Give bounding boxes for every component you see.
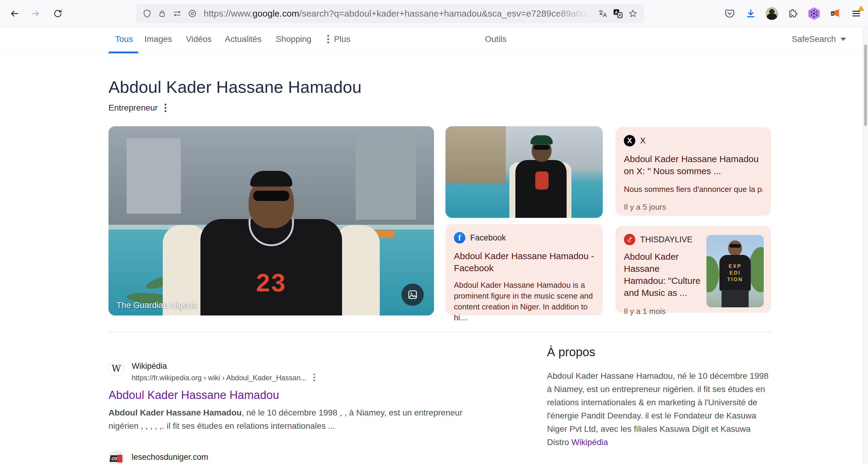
- card-thumbnail: EXP EDI TION: [707, 235, 764, 307]
- url-path: /search?q=abdoul+kader+hassane+hamadou&s…: [299, 8, 593, 19]
- x-result-card[interactable]: X X Abdoul Kader Hassane Hamadou on X: "…: [615, 127, 771, 216]
- source-name: X: [640, 136, 646, 146]
- scrollbar-track[interactable]: [863, 27, 868, 464]
- forward-icon[interactable]: [28, 6, 43, 21]
- url-text[interactable]: https://www.google.com/search?q=abdoul+k…: [204, 8, 593, 19]
- snippet-bold: Abdoul Kader Hassane Hamadou: [108, 408, 242, 417]
- image-photo-icon: [407, 289, 418, 300]
- download-icon[interactable]: [744, 7, 758, 21]
- photo-building: [355, 135, 416, 220]
- browser-toolbar: https://www.google.com/search?q=abdoul+k…: [0, 0, 868, 27]
- source-line: f Facebook: [454, 232, 594, 243]
- page-title: Abdoul Kader Hassane Hamadou: [108, 77, 362, 97]
- scrollbar-thumb[interactable]: [864, 44, 867, 126]
- active-tab-underline: [108, 52, 138, 53]
- kebab-icon[interactable]: [164, 104, 166, 112]
- photo-building: [127, 138, 181, 214]
- entity-subtitle: Entrepreneur: [108, 103, 158, 113]
- pocket-icon[interactable]: [723, 7, 737, 21]
- photo-person-head: [728, 241, 742, 256]
- shirt-text: EDI: [730, 270, 741, 276]
- tab-videos[interactable]: Vidéos: [186, 34, 212, 44]
- circle-dot-icon[interactable]: [187, 8, 198, 19]
- more-images-button[interactable]: [401, 283, 424, 306]
- translate-page-icon[interactable]: A: [613, 8, 623, 19]
- source-name: Facebook: [470, 233, 506, 243]
- shirt-text: EXP: [728, 263, 741, 269]
- photo-shirt-print: [535, 172, 549, 189]
- photo-sunglasses: [730, 244, 741, 248]
- secondary-image[interactable]: [445, 126, 603, 218]
- tab-actualites[interactable]: Actualités: [225, 34, 261, 44]
- result-site-name[interactable]: lesechosduniger.com: [132, 453, 208, 462]
- bookmark-star-icon[interactable]: [627, 8, 638, 19]
- result-site-name[interactable]: Wikipédia: [132, 362, 167, 371]
- photo-cap: [250, 171, 292, 186]
- card-title[interactable]: Abdoul Kader Hassane Hamadou: "Culture a…: [624, 251, 702, 299]
- translate-icon[interactable]: [597, 8, 608, 19]
- tab-plus[interactable]: Plus: [327, 34, 350, 44]
- horizontal-divider: [108, 332, 771, 333]
- card-snippet: Nous sommes fiers d'annoncer que la pa…: [624, 184, 763, 195]
- hero-image[interactable]: 23 The Guardian Nigeria: [108, 126, 434, 315]
- extension-hex-icon[interactable]: [807, 7, 821, 21]
- permissions-icon[interactable]: [172, 8, 183, 19]
- caret-down-icon: [841, 38, 846, 41]
- about-wikipedia-link[interactable]: Wikipédia: [571, 437, 608, 447]
- shield-icon[interactable]: [142, 8, 153, 19]
- tab-tous[interactable]: Tous: [115, 34, 133, 44]
- account-avatar[interactable]: [765, 7, 779, 21]
- photo-sunglasses: [253, 191, 289, 201]
- safesearch-button[interactable]: SafeSearch: [792, 34, 846, 44]
- menu-hamburger-icon[interactable]: [849, 7, 863, 21]
- url-bar[interactable]: https://www.google.com/search?q=abdoul+k…: [136, 4, 644, 23]
- favicon-red-shape: [118, 455, 122, 463]
- kebab-icon: [327, 35, 329, 43]
- card-title[interactable]: Abdoul Kader Hassane Hamadou - Facebook: [454, 250, 594, 274]
- card-title[interactable]: Abdoul Kader Hassane Hamadou on X: " Nou…: [624, 153, 763, 177]
- lock-icon[interactable]: [157, 8, 167, 19]
- thisday-logo-icon: [624, 234, 635, 245]
- menu-alert-badge: [858, 5, 864, 11]
- vertical-divider: [536, 340, 536, 464]
- source-line: X X: [624, 135, 763, 147]
- search-tab-strip: Tous Images Vidéos Actualités Shopping P…: [0, 27, 868, 54]
- safesearch-label: SafeSearch: [792, 34, 836, 44]
- result-title-link[interactable]: Abdoul Kader Hassane Hamadou: [108, 389, 279, 402]
- source-name: THISDAYLIVE: [640, 235, 692, 244]
- photo-pants: [721, 290, 749, 307]
- megaphone-icon[interactable]: R: [828, 7, 842, 21]
- card-timestamp: Il y a 1 mois: [624, 307, 763, 316]
- result-breadcrumb-url[interactable]: https://fr.wikipedia.org › wiki › Abdoul…: [132, 374, 307, 382]
- url-domain: google.com: [253, 8, 299, 19]
- lesechos-favicon: OS: [108, 451, 124, 464]
- extensions-puzzle-icon[interactable]: [786, 7, 800, 21]
- reload-icon[interactable]: [51, 6, 65, 21]
- about-text: Abdoul Kader Hassane Hamadou, né le 10 d…: [547, 371, 769, 447]
- about-body: Abdoul Kader Hassane Hamadou, né le 10 d…: [547, 369, 772, 449]
- about-heading: À propos: [547, 345, 595, 359]
- photo-cap: [530, 135, 553, 144]
- svg-text:R: R: [832, 12, 834, 16]
- tools-button[interactable]: Outils: [485, 34, 507, 44]
- tab-plus-label: Plus: [334, 34, 350, 44]
- tab-shopping[interactable]: Shopping: [276, 34, 311, 44]
- url-scheme: https://www.: [204, 8, 253, 19]
- back-icon[interactable]: [7, 6, 22, 21]
- photo-shirt: EXP EDI TION: [719, 255, 751, 291]
- card-snippet: Abdoul Kader Hassane Hamadou is a promin…: [454, 280, 594, 323]
- toolbar-right-icons: R: [723, 6, 863, 21]
- wikipedia-w-icon: W: [108, 360, 124, 376]
- facebook-result-card[interactable]: f Facebook Abdoul Kader Hassane Hamadou …: [445, 224, 603, 315]
- tab-images[interactable]: Images: [144, 34, 172, 44]
- photo-building: [445, 126, 506, 184]
- photo-tree: [749, 247, 764, 292]
- kebab-icon[interactable]: [313, 374, 315, 381]
- x-logo-icon: X: [624, 135, 635, 147]
- facebook-logo-icon: f: [454, 232, 465, 243]
- image-caption: The Guardian Nigeria: [116, 300, 197, 310]
- thisdaylive-result-card[interactable]: THISDAYLIVE Abdoul Kader Hassane Hamadou…: [615, 226, 771, 313]
- photo-tree: [707, 256, 719, 292]
- browser-window: https://www.google.com/search?q=abdoul+k…: [0, 0, 868, 464]
- result-snippet: Abdoul Kader Hassane Hamadou, né le 10 d…: [108, 406, 470, 433]
